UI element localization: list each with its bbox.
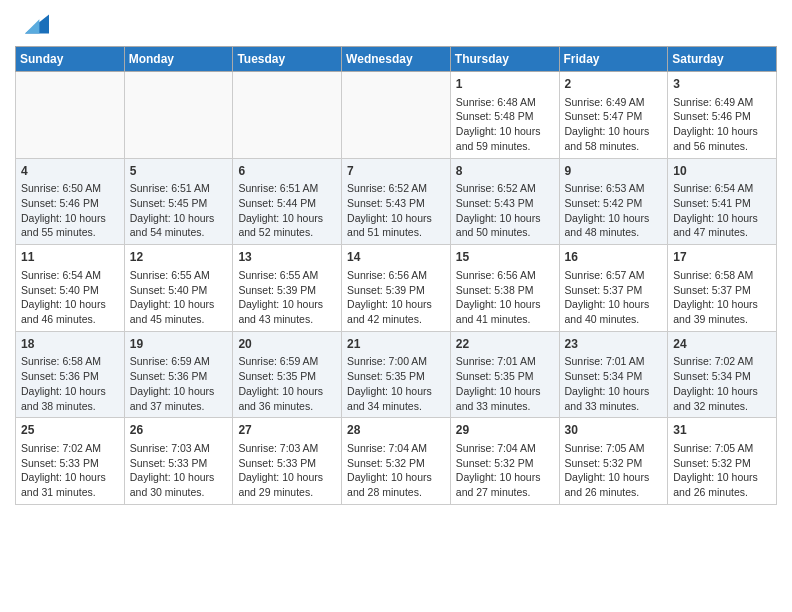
daylight-text: Daylight: 10 hours and 41 minutes. [456, 298, 541, 325]
sunrise-text: Sunrise: 6:56 AM [456, 269, 536, 281]
cell-content: 2Sunrise: 6:49 AMSunset: 5:47 PMDaylight… [565, 76, 663, 154]
day-number: 26 [130, 422, 228, 439]
sunrise-text: Sunrise: 6:55 AM [238, 269, 318, 281]
daylight-text: Daylight: 10 hours and 43 minutes. [238, 298, 323, 325]
daylight-text: Daylight: 10 hours and 27 minutes. [456, 471, 541, 498]
sunrise-text: Sunrise: 7:02 AM [673, 355, 753, 367]
daylight-text: Daylight: 10 hours and 31 minutes. [21, 471, 106, 498]
daylight-text: Daylight: 10 hours and 48 minutes. [565, 212, 650, 239]
daylight-text: Daylight: 10 hours and 37 minutes. [130, 385, 215, 412]
weekday-header-friday: Friday [559, 47, 668, 72]
daylight-text: Daylight: 10 hours and 45 minutes. [130, 298, 215, 325]
cell-content: 28Sunrise: 7:04 AMSunset: 5:32 PMDayligh… [347, 422, 445, 500]
day-number: 5 [130, 163, 228, 180]
cell-content: 9Sunrise: 6:53 AMSunset: 5:42 PMDaylight… [565, 163, 663, 241]
daylight-text: Daylight: 10 hours and 32 minutes. [673, 385, 758, 412]
sunset-text: Sunset: 5:37 PM [565, 284, 643, 296]
daylight-text: Daylight: 10 hours and 51 minutes. [347, 212, 432, 239]
calendar-week-1: 1Sunrise: 6:48 AMSunset: 5:48 PMDaylight… [16, 72, 777, 159]
weekday-header-wednesday: Wednesday [342, 47, 451, 72]
calendar-cell: 1Sunrise: 6:48 AMSunset: 5:48 PMDaylight… [450, 72, 559, 159]
calendar-cell: 5Sunrise: 6:51 AMSunset: 5:45 PMDaylight… [124, 158, 233, 245]
sunrise-text: Sunrise: 6:51 AM [238, 182, 318, 194]
calendar-cell: 17Sunrise: 6:58 AMSunset: 5:37 PMDayligh… [668, 245, 777, 332]
daylight-text: Daylight: 10 hours and 56 minutes. [673, 125, 758, 152]
calendar-table: SundayMondayTuesdayWednesdayThursdayFrid… [15, 46, 777, 505]
sunset-text: Sunset: 5:46 PM [673, 110, 751, 122]
sunset-text: Sunset: 5:32 PM [673, 457, 751, 469]
cell-content: 11Sunrise: 6:54 AMSunset: 5:40 PMDayligh… [21, 249, 119, 327]
calendar-cell: 30Sunrise: 7:05 AMSunset: 5:32 PMDayligh… [559, 418, 668, 505]
daylight-text: Daylight: 10 hours and 55 minutes. [21, 212, 106, 239]
calendar-cell: 13Sunrise: 6:55 AMSunset: 5:39 PMDayligh… [233, 245, 342, 332]
day-number: 15 [456, 249, 554, 266]
sunrise-text: Sunrise: 7:04 AM [347, 442, 427, 454]
sunset-text: Sunset: 5:32 PM [565, 457, 643, 469]
sunset-text: Sunset: 5:40 PM [21, 284, 99, 296]
cell-content: 19Sunrise: 6:59 AMSunset: 5:36 PMDayligh… [130, 336, 228, 414]
sunset-text: Sunset: 5:46 PM [21, 197, 99, 209]
calendar-body: 1Sunrise: 6:48 AMSunset: 5:48 PMDaylight… [16, 72, 777, 505]
cell-content: 23Sunrise: 7:01 AMSunset: 5:34 PMDayligh… [565, 336, 663, 414]
cell-content: 12Sunrise: 6:55 AMSunset: 5:40 PMDayligh… [130, 249, 228, 327]
day-number: 16 [565, 249, 663, 266]
calendar-week-5: 25Sunrise: 7:02 AMSunset: 5:33 PMDayligh… [16, 418, 777, 505]
calendar-week-3: 11Sunrise: 6:54 AMSunset: 5:40 PMDayligh… [16, 245, 777, 332]
sunset-text: Sunset: 5:35 PM [347, 370, 425, 382]
sunset-text: Sunset: 5:47 PM [565, 110, 643, 122]
sunset-text: Sunset: 5:48 PM [456, 110, 534, 122]
day-number: 1 [456, 76, 554, 93]
calendar-cell: 14Sunrise: 6:56 AMSunset: 5:39 PMDayligh… [342, 245, 451, 332]
sunset-text: Sunset: 5:33 PM [238, 457, 316, 469]
cell-content: 6Sunrise: 6:51 AMSunset: 5:44 PMDaylight… [238, 163, 336, 241]
day-number: 7 [347, 163, 445, 180]
cell-content: 15Sunrise: 6:56 AMSunset: 5:38 PMDayligh… [456, 249, 554, 327]
daylight-text: Daylight: 10 hours and 26 minutes. [673, 471, 758, 498]
sunrise-text: Sunrise: 6:57 AM [565, 269, 645, 281]
day-number: 19 [130, 336, 228, 353]
day-number: 4 [21, 163, 119, 180]
sunrise-text: Sunrise: 6:59 AM [238, 355, 318, 367]
sunrise-text: Sunrise: 7:02 AM [21, 442, 101, 454]
cell-content: 4Sunrise: 6:50 AMSunset: 5:46 PMDaylight… [21, 163, 119, 241]
calendar-cell: 26Sunrise: 7:03 AMSunset: 5:33 PMDayligh… [124, 418, 233, 505]
calendar-cell: 9Sunrise: 6:53 AMSunset: 5:42 PMDaylight… [559, 158, 668, 245]
daylight-text: Daylight: 10 hours and 38 minutes. [21, 385, 106, 412]
sunset-text: Sunset: 5:32 PM [456, 457, 534, 469]
sunrise-text: Sunrise: 6:54 AM [21, 269, 101, 281]
weekday-header-saturday: Saturday [668, 47, 777, 72]
cell-content: 26Sunrise: 7:03 AMSunset: 5:33 PMDayligh… [130, 422, 228, 500]
calendar-cell: 29Sunrise: 7:04 AMSunset: 5:32 PMDayligh… [450, 418, 559, 505]
calendar-cell: 16Sunrise: 6:57 AMSunset: 5:37 PMDayligh… [559, 245, 668, 332]
daylight-text: Daylight: 10 hours and 30 minutes. [130, 471, 215, 498]
day-number: 10 [673, 163, 771, 180]
calendar-cell: 31Sunrise: 7:05 AMSunset: 5:32 PMDayligh… [668, 418, 777, 505]
cell-content: 8Sunrise: 6:52 AMSunset: 5:43 PMDaylight… [456, 163, 554, 241]
cell-content: 31Sunrise: 7:05 AMSunset: 5:32 PMDayligh… [673, 422, 771, 500]
day-number: 21 [347, 336, 445, 353]
sunrise-text: Sunrise: 6:51 AM [130, 182, 210, 194]
calendar-cell [16, 72, 125, 159]
calendar-cell: 15Sunrise: 6:56 AMSunset: 5:38 PMDayligh… [450, 245, 559, 332]
calendar-cell: 21Sunrise: 7:00 AMSunset: 5:35 PMDayligh… [342, 331, 451, 418]
sunset-text: Sunset: 5:44 PM [238, 197, 316, 209]
calendar-cell: 24Sunrise: 7:02 AMSunset: 5:34 PMDayligh… [668, 331, 777, 418]
daylight-text: Daylight: 10 hours and 42 minutes. [347, 298, 432, 325]
cell-content: 21Sunrise: 7:00 AMSunset: 5:35 PMDayligh… [347, 336, 445, 414]
daylight-text: Daylight: 10 hours and 36 minutes. [238, 385, 323, 412]
weekday-header-row: SundayMondayTuesdayWednesdayThursdayFrid… [16, 47, 777, 72]
calendar-week-4: 18Sunrise: 6:58 AMSunset: 5:36 PMDayligh… [16, 331, 777, 418]
day-number: 28 [347, 422, 445, 439]
cell-content: 1Sunrise: 6:48 AMSunset: 5:48 PMDaylight… [456, 76, 554, 154]
sunrise-text: Sunrise: 6:58 AM [21, 355, 101, 367]
calendar-cell: 6Sunrise: 6:51 AMSunset: 5:44 PMDaylight… [233, 158, 342, 245]
sunset-text: Sunset: 5:35 PM [238, 370, 316, 382]
calendar-week-2: 4Sunrise: 6:50 AMSunset: 5:46 PMDaylight… [16, 158, 777, 245]
daylight-text: Daylight: 10 hours and 54 minutes. [130, 212, 215, 239]
cell-content: 14Sunrise: 6:56 AMSunset: 5:39 PMDayligh… [347, 249, 445, 327]
sunrise-text: Sunrise: 6:52 AM [456, 182, 536, 194]
sunrise-text: Sunrise: 7:00 AM [347, 355, 427, 367]
day-number: 8 [456, 163, 554, 180]
sunrise-text: Sunrise: 6:58 AM [673, 269, 753, 281]
daylight-text: Daylight: 10 hours and 58 minutes. [565, 125, 650, 152]
